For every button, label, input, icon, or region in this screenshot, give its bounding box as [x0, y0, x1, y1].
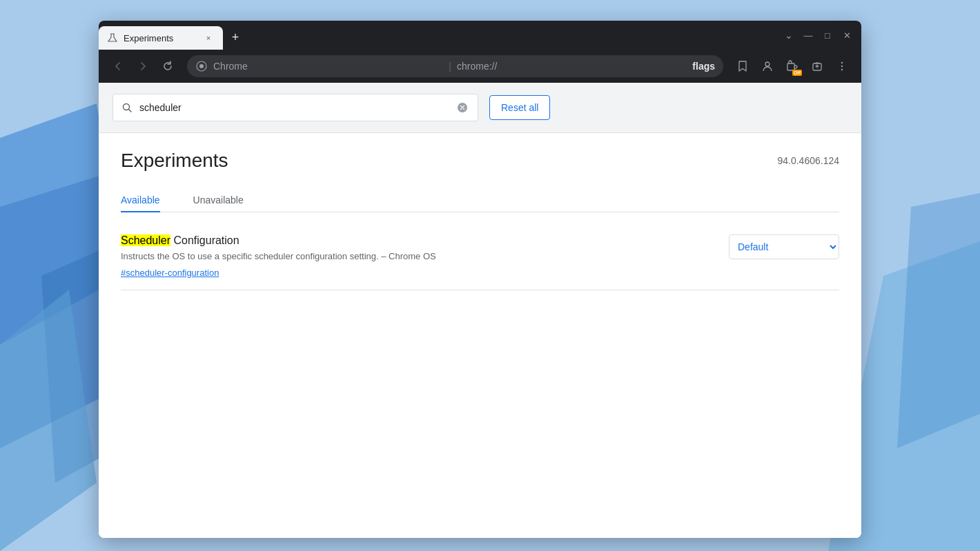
svg-point-14 [841, 69, 843, 70]
page-title: Experiments [121, 150, 228, 172]
address-security-label: Chrome [213, 61, 443, 72]
nav-actions: Off [732, 55, 853, 77]
address-url-start: chrome:// [457, 61, 687, 72]
refresh-button[interactable] [157, 55, 179, 77]
extensions-button[interactable] [806, 55, 828, 77]
flag-description: Instructs the OS to use a specific sched… [121, 250, 712, 263]
forward-button[interactable] [132, 55, 154, 77]
window-controls: ⌄ — □ ✕ [774, 26, 861, 44]
maximize-button[interactable]: □ [819, 26, 836, 44]
svg-point-9 [765, 62, 770, 66]
more-menu-button[interactable] [831, 55, 853, 77]
flag-title-suffix: Configuration [170, 234, 239, 246]
profile-button[interactable] [756, 55, 778, 77]
search-clear-button[interactable] [455, 101, 469, 114]
flag-select[interactable]: Default Conservative Performance Disable… [729, 234, 839, 259]
flag-control: Default Conservative Performance Disable… [729, 234, 839, 259]
new-tab-button[interactable]: + [226, 28, 245, 47]
search-area: Reset all [99, 83, 861, 133]
extension-off-button[interactable]: Off [781, 55, 803, 77]
active-tab[interactable]: Experiments × [99, 26, 223, 50]
svg-point-13 [841, 66, 843, 67]
flag-title: Scheduler Configuration [121, 234, 712, 247]
nav-bar: Chrome | chrome://flags [99, 50, 861, 83]
window-dropdown-button[interactable]: ⌄ [780, 26, 798, 44]
tab-close-button[interactable]: × [202, 32, 215, 44]
close-button[interactable]: ✕ [838, 26, 856, 44]
main-content: Experiments 94.0.4606.124 Available Unav… [99, 133, 861, 538]
tab-available[interactable]: Available [121, 189, 160, 212]
tab-unavailable[interactable]: Unavailable [193, 189, 244, 212]
svg-marker-6 [897, 193, 980, 448]
flag-title-highlight: Scheduler [121, 234, 170, 246]
extension-badge: Off [792, 70, 802, 76]
tabs-area: Experiments × + [99, 21, 774, 50]
browser-window: Experiments × + ⌄ — □ ✕ [99, 21, 861, 538]
content-tab-bar: Available Unavailable [121, 188, 839, 212]
address-bar[interactable]: Chrome | chrome://flags [187, 55, 723, 77]
minimize-button[interactable]: — [799, 26, 817, 44]
security-icon [195, 60, 208, 72]
tab-title: Experiments [124, 33, 197, 43]
reset-all-button[interactable]: Reset all [489, 95, 550, 120]
version-text: 94.0.4606.124 [777, 155, 839, 166]
search-input[interactable] [139, 102, 449, 113]
search-box [112, 94, 478, 121]
tab-favicon [107, 32, 118, 43]
svg-point-8 [199, 64, 204, 68]
title-bar: Experiments × + ⌄ — □ ✕ [99, 21, 861, 50]
back-button[interactable] [107, 55, 129, 77]
bookmark-button[interactable] [732, 55, 754, 77]
address-url-bold: flags [692, 61, 715, 72]
svg-point-12 [841, 62, 843, 63]
flag-link[interactable]: #scheduler-configuration [121, 268, 219, 278]
address-divider: | [449, 61, 451, 72]
search-icon [121, 102, 133, 113]
flags-page: Reset all Experiments 94.0.4606.124 Avai… [99, 83, 861, 538]
flag-item-scheduler-configuration: Scheduler Configuration Instructs the OS… [121, 229, 839, 290]
flag-info: Scheduler Configuration Instructs the OS… [121, 234, 712, 279]
page-header: Experiments 94.0.4606.124 [121, 150, 839, 172]
